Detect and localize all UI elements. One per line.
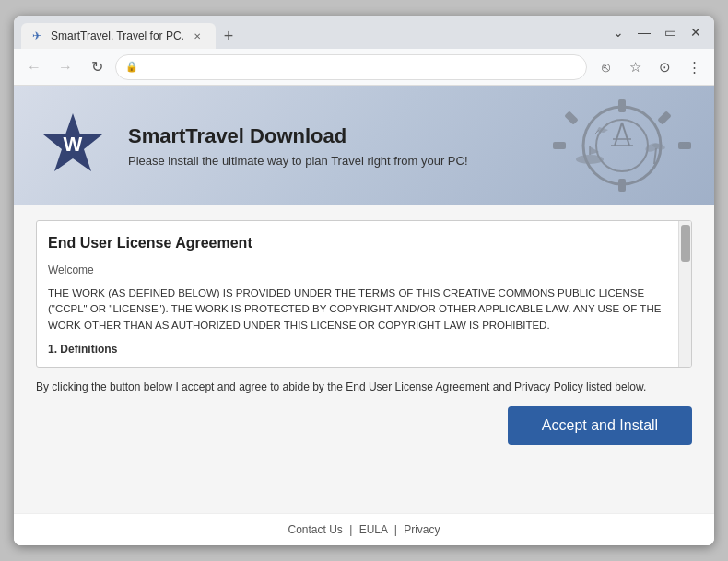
consent-text: By clicking the button below I accept an…	[36, 379, 692, 395]
svg-rect-5	[618, 179, 626, 192]
svg-rect-8	[564, 111, 579, 125]
eula-title: End User License Agreement	[48, 232, 663, 254]
profile-icon[interactable]: ⊙	[652, 54, 677, 80]
hero-decoration	[548, 95, 696, 200]
svg-line-11	[622, 123, 629, 146]
minimize-button[interactable]: —	[633, 21, 655, 43]
eula-box[interactable]: End User License Agreement Welcome THE W…	[36, 220, 692, 368]
hero-banner: W SmartTravel Download Please install th…	[14, 86, 714, 205]
svg-text:W: W	[64, 133, 83, 156]
forward-button[interactable]: →	[53, 54, 78, 80]
svg-rect-7	[678, 142, 691, 149]
eula-scrollbar[interactable]	[678, 221, 691, 367]
privacy-link[interactable]: Privacy	[404, 523, 440, 536]
svg-point-14	[576, 155, 604, 164]
address-actions: ⎋ ☆ ⊙ ⋮	[593, 54, 707, 80]
hero-subtitle: Please install the ultimate way to plan …	[128, 154, 468, 168]
browser-window: ✈ SmartTravel. Travel for PC. ✕ + ⌄ — ▭ …	[14, 16, 714, 545]
separator-1: |	[349, 523, 352, 536]
window-controls: ⌄ — ▭ ✕	[607, 21, 707, 43]
active-tab[interactable]: ✈ SmartTravel. Travel for PC. ✕	[21, 23, 216, 49]
svg-rect-9	[657, 111, 672, 125]
scrollbar-thumb[interactable]	[681, 225, 690, 262]
tab-title: SmartTravel. Travel for PC.	[51, 29, 184, 42]
svg-line-10	[615, 123, 622, 146]
address-bar: ← → ↻ 🔒 ⎋ ☆ ⊙ ⋮	[14, 49, 714, 86]
share-icon[interactable]: ⎋	[593, 54, 618, 80]
page-footer: Contact Us | EULA | Privacy	[14, 513, 714, 545]
hero-logo: W	[36, 109, 110, 182]
button-row: Accept and Install	[36, 406, 692, 445]
hero-text: SmartTravel Download Please install the …	[128, 124, 468, 168]
svg-rect-6	[553, 142, 566, 149]
tab-close-button[interactable]: ✕	[190, 29, 205, 43]
eula-welcome: Welcome	[48, 262, 663, 278]
close-button[interactable]: ✕	[685, 21, 707, 43]
chevron-down-icon[interactable]: ⌄	[607, 21, 629, 43]
contact-us-link[interactable]: Contact Us	[288, 523, 342, 536]
reload-button[interactable]: ↻	[84, 54, 110, 80]
title-bar: ✈ SmartTravel. Travel for PC. ✕ + ⌄ — ▭ …	[14, 16, 714, 49]
hero-title: SmartTravel Download	[128, 124, 468, 148]
tab-area: ✈ SmartTravel. Travel for PC. ✕ +	[21, 16, 604, 49]
maximize-button[interactable]: ▭	[659, 21, 681, 43]
url-bar[interactable]: 🔒	[115, 54, 587, 80]
eula-definition-text: "Adaptation" means a work based upon the…	[48, 363, 663, 368]
accept-install-button[interactable]: Accept and Install	[508, 406, 692, 445]
main-content: End User License Agreement Welcome THE W…	[14, 205, 714, 513]
tab-favicon-icon: ✈	[32, 29, 45, 42]
new-tab-button[interactable]: +	[216, 23, 241, 49]
gear-decoration-icon	[548, 95, 696, 196]
eula-section-title: 1. Definitions	[48, 341, 663, 357]
star-logo-icon: W	[36, 109, 110, 182]
lock-icon: 🔒	[125, 61, 138, 73]
eula-body-text: THE WORK (AS DEFINED BELOW) IS PROVIDED …	[48, 286, 663, 333]
separator-2: |	[394, 523, 397, 536]
menu-icon[interactable]: ⋮	[681, 54, 707, 80]
bookmark-star-icon[interactable]: ☆	[622, 54, 648, 80]
page-content: W SmartTravel Download Please install th…	[14, 86, 714, 545]
svg-rect-4	[618, 99, 626, 112]
eula-link[interactable]: EULA	[359, 523, 388, 536]
back-button[interactable]: ←	[21, 54, 47, 80]
